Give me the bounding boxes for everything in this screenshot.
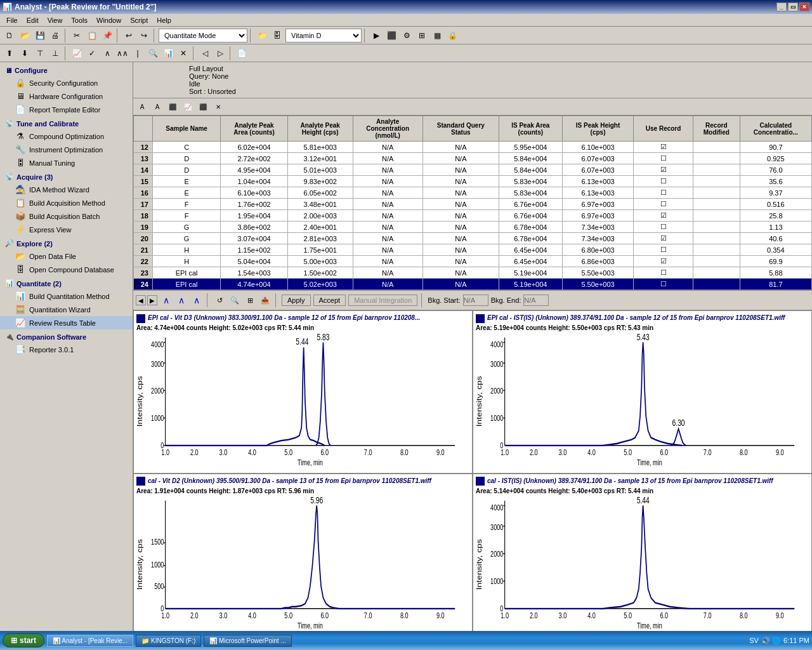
layout-button[interactable]: ▦ [430, 29, 444, 43]
sidebar-item-instrument-opt[interactable]: 🔧 Instrument Optimization [0, 143, 133, 156]
table-row[interactable]: 21 H 1.15e+002 1.75e+001 N/A N/A 6.45e+0… [134, 244, 812, 256]
cell-use[interactable]: ☑ [634, 256, 693, 267]
restore-button[interactable]: ▭ [788, 3, 798, 11]
chrom-zoom[interactable]: 🔍 [228, 294, 241, 307]
cell-use[interactable]: ☐ [634, 222, 693, 233]
menu-tools[interactable]: Tools [67, 15, 91, 25]
sidebar-item-build-quant-method[interactable]: 📊 Build Quantitation Method [0, 289, 133, 303]
chrom-export[interactable]: 📤 [259, 294, 272, 307]
sidebar-item-build-acq-batch[interactable]: 📦 Build Acquisition Batch [0, 209, 133, 223]
copy-button[interactable]: 📋 [85, 29, 99, 43]
tb2-btn4[interactable]: ⊥ [48, 46, 62, 60]
prev-button[interactable]: ◀ [136, 295, 146, 305]
cut-button[interactable]: ✂ [70, 29, 84, 43]
sidebar-item-security[interactable]: 🔒 Security Configuration [0, 76, 133, 90]
menu-view[interactable]: View [44, 15, 67, 25]
next-button[interactable]: ▶ [147, 295, 157, 305]
cell-use[interactable]: ☑ [634, 210, 693, 222]
stop-button[interactable]: ⬛ [384, 29, 398, 43]
col-header-apa[interactable]: Analyte PeakArea (counts) [221, 116, 288, 142]
layout-tb-btn4[interactable]: 📈 [181, 100, 194, 113]
sidebar-header-acquire[interactable]: 📡 Acquire (3) [0, 171, 133, 183]
table-row[interactable]: 19 G 3.86e+002 2.40e+001 N/A N/A 6.78e+0… [134, 222, 812, 233]
tb2-check[interactable]: ✓ [85, 46, 99, 60]
bkg-end-input[interactable] [523, 295, 549, 306]
db-button[interactable]: 🗄 [270, 29, 284, 43]
undo-button[interactable]: ↩ [122, 29, 136, 43]
menu-help[interactable]: Help [153, 15, 175, 25]
taskbar-item-kingston[interactable]: 📁 KINGSTON (F:) [136, 635, 201, 647]
table-row[interactable]: 18 F 1.95e+004 2.00e+003 N/A N/A 6.76e+0… [134, 210, 812, 222]
col-header-sample[interactable]: Sample Name [153, 116, 221, 142]
print-button[interactable]: 🖨 [48, 29, 62, 43]
table-row[interactable]: 23 EPI cal 1.54e+003 1.50e+002 N/A N/A 5… [134, 267, 812, 279]
sidebar-item-quant-wizard[interactable]: 🧮 Quantitation Wizard [0, 303, 133, 316]
chrom-peak1[interactable]: ∧ [160, 294, 173, 307]
title-bar-controls[interactable]: _ ▭ ✕ [776, 3, 809, 11]
sidebar-item-open-compound-db[interactable]: 🗄 Open Compound Database [0, 263, 133, 276]
sidebar-header-quantitate[interactable]: 📊 Quantitate (2) [0, 277, 133, 289]
tb2-report[interactable]: 📄 [235, 46, 249, 60]
taskbar-item-powerpoint[interactable]: 📊 Microsoft PowerPoint ... [204, 635, 291, 647]
sidebar-header-configure[interactable]: 🖥 Configure [0, 65, 133, 76]
minimize-button[interactable]: _ [776, 3, 787, 11]
layout-tb-btn6[interactable]: ✕ [212, 100, 225, 113]
menu-script[interactable]: Script [126, 15, 152, 25]
chrom-refresh[interactable]: ↺ [213, 294, 226, 307]
sidebar-item-build-acq-method[interactable]: 📋 Build Acquisition Method [0, 196, 133, 209]
cell-use[interactable]: ☐ [634, 279, 693, 290]
table-row[interactable]: 16 E 6.10e+003 6.05e+002 N/A N/A 5.83e+0… [134, 187, 812, 199]
cell-use[interactable]: ☐ [634, 244, 693, 256]
accept-button[interactable]: Accept [313, 295, 346, 306]
layout-tb-btn2[interactable]: A [151, 100, 164, 113]
col-header-aph[interactable]: Analyte PeakHeight (cps) [287, 116, 353, 142]
col-header-calc[interactable]: CalculatedConcentratio... [740, 116, 811, 142]
close-button[interactable]: ✕ [799, 3, 809, 11]
cell-use[interactable]: ☐ [634, 153, 693, 164]
chrom-fit[interactable]: ⊞ [244, 294, 256, 307]
tb2-back[interactable]: ◁ [198, 46, 212, 60]
menu-file[interactable]: File [3, 15, 22, 25]
cell-use[interactable]: ☑ [634, 142, 693, 153]
sidebar-header-companion[interactable]: 🔌 Companion Software [0, 331, 133, 343]
tb2-btn2[interactable]: ⬇ [18, 46, 32, 60]
menu-edit[interactable]: Edit [23, 15, 43, 25]
sidebar-header-tune[interactable]: 📡 Tune and Calibrate [0, 117, 133, 129]
col-header-sqs[interactable]: Standard QueryStatus [422, 116, 499, 142]
sidebar-item-express-view[interactable]: ⚡ Express View [0, 223, 133, 236]
sidebar-item-reporter[interactable]: 📑 Reporter 3.0.1 [0, 343, 133, 356]
data-table-container[interactable]: Sample Name Analyte PeakArea (counts) An… [133, 116, 812, 289]
mode-dropdown[interactable]: Quantitate Mode [159, 29, 247, 43]
tb2-stats[interactable]: 📊 [161, 46, 175, 60]
cell-use[interactable]: ☐ [634, 187, 693, 199]
folder-button[interactable]: 📁 [255, 29, 269, 43]
col-header-mod[interactable]: RecordModified [693, 116, 740, 142]
bkg-start-input[interactable] [463, 295, 488, 306]
sidebar-item-manual-tuning[interactable]: 🎛 Manual Tuning [0, 156, 133, 169]
table-row[interactable]: 22 H 5.04e+004 5.00e+003 N/A N/A 6.45e+0… [134, 256, 812, 267]
tb2-zoom[interactable]: 🔍 [146, 46, 160, 60]
chrom-peak3[interactable]: ∧ [190, 294, 203, 307]
config-button[interactable]: ⚙ [400, 29, 414, 43]
col-header-ispa[interactable]: IS Peak Area(counts) [499, 116, 562, 142]
new-button[interactable]: 🗋 [3, 29, 16, 43]
start-button[interactable]: ⊞ start [3, 633, 44, 647]
table-row[interactable]: 17 F 1.76e+002 3.48e+001 N/A N/A 6.76e+0… [134, 199, 812, 210]
sidebar-item-open-data[interactable]: 📂 Open Data File [0, 249, 133, 263]
tb2-peak[interactable]: ∧ [100, 46, 114, 60]
tb2-marker[interactable]: | [131, 46, 145, 60]
cell-use[interactable]: ☐ [634, 267, 693, 279]
sidebar-item-hardware[interactable]: 🖥 Hardware Configuration [0, 90, 133, 103]
save-button[interactable]: 💾 [33, 29, 47, 43]
table-row[interactable]: 14 D 4.95e+004 5.01e+003 N/A N/A 5.84e+0… [134, 164, 812, 176]
table-row[interactable]: 13 D 2.72e+002 3.12e+001 N/A N/A 5.84e+0… [134, 153, 812, 164]
tb2-btn3[interactable]: ⊤ [33, 46, 47, 60]
cell-use[interactable]: ☐ [634, 176, 693, 187]
layout-tb-btn5[interactable]: ⬛ [197, 100, 209, 113]
sidebar-item-compound-opt[interactable]: ⚗ Compound Optimization [0, 129, 133, 143]
project-dropdown[interactable]: Vitamin D [285, 29, 362, 43]
col-header-use[interactable]: Use Record [634, 116, 693, 142]
layout-tb-btn1[interactable]: A [136, 100, 148, 113]
grid-button[interactable]: ⊞ [415, 29, 429, 43]
tb2-fwd[interactable]: ▷ [213, 46, 227, 60]
